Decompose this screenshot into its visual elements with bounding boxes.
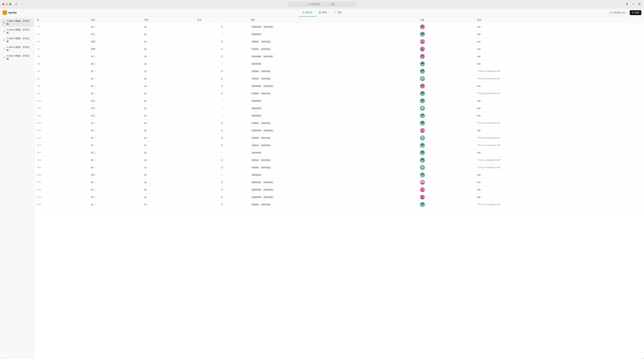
table-row[interactable]: 0024合一15☑footballswimming👨**This is a ma… [34,201,644,208]
cell-status[interactable] [195,97,248,105]
sidebar-item-item4[interactable]: ☰4 100w 行数据，非常流畅 [1,44,34,53]
cell-status[interactable] [195,112,248,119]
checkbox-checked-icon[interactable]: ☑ [220,188,223,191]
cell-status[interactable]: ☑ [195,45,248,53]
checkbox-checked-icon[interactable]: ☑ [220,159,223,161]
cell-status[interactable] [195,105,248,112]
table-row[interactable]: 004合二18☑basketballswimming👩true [34,53,644,60]
sidebar-toggle-button[interactable]: ⊡ [14,2,18,6]
table-row[interactable]: 006合一15☑footballswimming🧑**This is a mar… [34,68,644,75]
cell-status[interactable]: ☑ [195,90,248,97]
checkbox-unchecked-icon[interactable] [220,114,223,117]
cell-status[interactable]: ☑ [195,23,248,30]
address-bar[interactable]: ▼ 127.0.0.1 ••• [288,2,356,7]
minimize-button[interactable] [6,3,8,5]
checkbox-checked-icon[interactable]: ☑ [220,129,223,132]
checkbox-checked-icon[interactable]: ☑ [220,55,223,58]
cell-status[interactable]: ☑ [195,179,248,186]
checkbox-checked-icon[interactable]: ☑ [220,48,223,50]
cell-status[interactable]: ☑ [195,193,248,201]
checkbox-checked-icon[interactable]: ☑ [220,181,223,184]
checkbox-unchecked-icon[interactable] [220,62,223,65]
table-row[interactable]: 0014合二18☑basketballswimming👩‍🦰true [34,127,644,134]
table-row[interactable]: 0018合一15☑footballswimming🧑**This is a ma… [34,156,644,164]
table-row[interactable]: 0011合三23basketball👱true [34,105,644,112]
cell-status[interactable]: ☑ [195,156,248,164]
table-row[interactable]: 008合二18☑basketballswimming👩true [34,82,644,90]
table-area[interactable]: ID 姓名 年龄 状态 爱好 头像 笔记 000合二18☑basketballs… [34,17,644,359]
table-row[interactable]: 001合三23basketball👦true [34,30,644,38]
table-row[interactable]: 0010合三23basketball🧑true [34,97,644,105]
table-row[interactable]: 0022合二18☑basketballswimming👩‍🦰true [34,186,644,193]
publish-button[interactable]: ⬆ 发布 [630,10,641,15]
table-row[interactable]: 0020合三23basketball👨true [34,171,644,179]
tab-actions[interactable]: ⚡ 动作 [330,8,345,17]
tab-datasource-label: 数据源 [305,11,312,14]
cell-status[interactable]: ☑ [195,186,248,193]
cell-status[interactable]: ☑ [195,38,248,45]
tabs-button[interactable]: ⧉ [637,2,642,6]
cell-hobbies: basketball [248,149,418,156]
cell-status[interactable]: ☑ [195,75,248,82]
table-row[interactable]: 005合三23basketball👦true [34,60,644,68]
checkbox-checked-icon[interactable]: ☑ [220,85,223,87]
checkbox-checked-icon[interactable]: ☑ [220,144,223,147]
sidebar-item-item2[interactable]: ☰2 100w 行数据，非常流畅 [1,27,34,35]
checkbox-unchecked-icon[interactable] [220,151,223,154]
checkbox-checked-icon[interactable]: ☑ [220,203,223,206]
cell-status[interactable] [195,171,248,179]
table-row[interactable]: 003合四25☑footballswimming💁‍♀️true [34,45,644,53]
cell-status[interactable]: ☑ [195,164,248,171]
checkbox-checked-icon[interactable]: ☑ [220,122,223,124]
table-row[interactable]: 000合二18☑basketballswimming👩true [34,23,644,30]
share-button[interactable]: ⬆ [624,2,629,6]
cell-hobbies: basketballswimming [248,193,418,201]
cell-status[interactable] [195,30,248,38]
table-row[interactable]: 002合四25☑footballswimming👩‍🦰true [34,38,644,45]
add-tab-button[interactable]: + [631,2,636,6]
cell-status[interactable]: ☑ [195,82,248,90]
checkbox-checked-icon[interactable]: ☑ [220,196,223,198]
checkbox-checked-icon[interactable]: ☑ [220,70,223,72]
checkbox-unchecked-icon[interactable] [220,174,223,176]
checkbox-unchecked-icon[interactable] [220,107,223,109]
cell-status[interactable] [195,149,248,156]
back-button[interactable]: ‹ [20,2,24,6]
extension-button[interactable]: ••• [331,3,335,6]
table-row[interactable]: 007合一15☑footballswimming👱**This is a mar… [34,75,644,82]
checkbox-checked-icon[interactable]: ☑ [220,137,223,139]
checkbox-checked-icon[interactable]: ☑ [220,166,223,169]
cell-status[interactable]: ☑ [195,142,248,149]
cell-status[interactable]: ☑ [195,201,248,208]
table-row[interactable]: 0013合一15☑footballswimming👦**This is a ma… [34,119,644,127]
tab-layout[interactable]: ⊞ 布局 [316,8,330,17]
checkbox-checked-icon[interactable]: ☑ [220,25,223,28]
cell-status[interactable]: ☑ [195,53,248,60]
sidebar-item-item3[interactable]: ☰3 100w 行数据，非常流畅 [1,36,34,44]
checkbox-checked-icon[interactable]: ☑ [220,77,223,80]
table-row[interactable]: 0019合一15☑footballswimming👱**This is a ma… [34,164,644,171]
cell-status[interactable] [195,60,248,68]
sidebar-item-item5[interactable]: ☰5 100w 行数据，非常流畅 [1,53,34,62]
table-row[interactable]: 0016合一15☑footballswimming👨**This is a ma… [34,142,644,149]
table-row[interactable]: 0023合二18☑basketballswimming💁‍♀️true [34,193,644,201]
sidebar-item-item1[interactable]: ☰1 100w 行数据，非常流畅 [1,18,34,27]
cell-status[interactable]: ☑ [195,127,248,134]
cell-status[interactable]: ☑ [195,119,248,127]
table-row[interactable]: 0015合一15☑footballswimming👱**This is a ma… [34,134,644,142]
cell-status[interactable]: ☑ [195,68,248,75]
table-row[interactable]: 0012合三23basketball👨true [34,112,644,119]
tab-datasource[interactable]: ☰ 数据源 [299,8,316,17]
maximize-button[interactable] [9,3,11,5]
checkbox-checked-icon[interactable]: ☑ [220,92,223,95]
table-row[interactable]: 0021合二18☑basketballswimming👱‍♀️true [34,179,644,186]
checkbox-unchecked-icon[interactable] [220,33,223,35]
cell-status[interactable]: ☑ [195,134,248,142]
table-row[interactable]: 0017合三23basketball👦true [34,149,644,156]
close-button[interactable] [2,3,4,5]
dev-mode-button[interactable]: ⚙ 开发模式:(关) [608,10,628,15]
table-row[interactable]: 009合一15☑footballswimming👦**This is a mar… [34,90,644,97]
checkbox-checked-icon[interactable]: ☑ [220,40,223,43]
hobby-tag: swimming [262,25,274,28]
checkbox-unchecked-icon[interactable] [220,99,223,102]
